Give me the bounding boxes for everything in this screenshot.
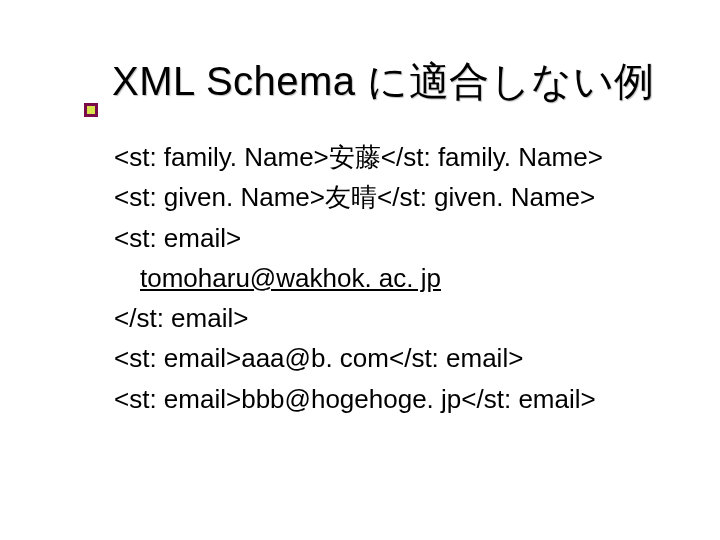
code-line-1: <st: family. Name>安藤</st: family. Name> <box>114 137 672 177</box>
code-line-6: <st: email>aaa@b. com</st: email> <box>114 338 672 378</box>
email-link[interactable]: tomoharu@wakhok. ac. jp <box>140 263 441 293</box>
slide-body: <st: family. Name>安藤</st: family. Name> … <box>114 137 672 419</box>
bullet-icon <box>84 103 98 117</box>
slide: XML Schema に適合しない例 <st: family. Name>安藤<… <box>0 0 720 540</box>
code-line-7: <st: email>bbb@hogehoge. jp</st: email> <box>114 379 672 419</box>
code-line-3: <st: email> <box>114 218 672 258</box>
title-row: XML Schema に適合しない例 <box>84 54 672 109</box>
code-line-4: tomoharu@wakhok. ac. jp <box>114 258 672 298</box>
code-line-5: </st: email> <box>114 298 672 338</box>
code-line-2: <st: given. Name>友晴</st: given. Name> <box>114 177 672 217</box>
slide-title: XML Schema に適合しない例 <box>112 54 655 109</box>
